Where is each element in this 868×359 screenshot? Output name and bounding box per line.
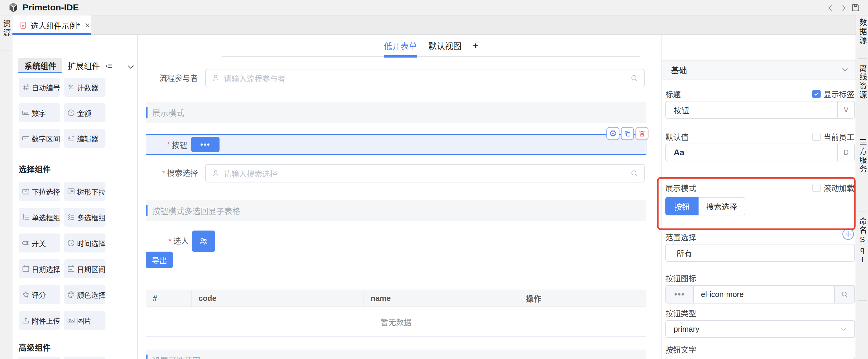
- palette-item-label: 数字区间: [32, 133, 60, 144]
- palette-item-switch[interactable]: 开关: [19, 233, 60, 252]
- view-tab-form[interactable]: 低开表单: [384, 35, 417, 56]
- palette-item-image[interactable]: 图片: [64, 311, 105, 330]
- icon-property-label: 按钮图标: [665, 272, 696, 283]
- selected-button-field-row[interactable]: * 按钮 •••: [146, 134, 646, 155]
- scroll-load-checkbox-row[interactable]: 滚动加载: [812, 182, 855, 193]
- checkbox-checked-icon[interactable]: [812, 90, 820, 98]
- doc-tab-active[interactable]: 选人组件示例*: [12, 16, 91, 35]
- person-picker-button[interactable]: [192, 230, 215, 252]
- icon-compound-input[interactable]: ••• el-icon-more: [665, 285, 855, 304]
- rail-item-offline[interactable]: 离线资源: [857, 64, 868, 100]
- rail-item-resources[interactable]: 资源: [0, 20, 12, 37]
- title-value-input[interactable]: 按钮 V: [665, 101, 855, 119]
- add-view-button[interactable]: +: [473, 40, 478, 51]
- inspector-group-basic[interactable]: 基础: [661, 60, 856, 80]
- subtable-col-code[interactable]: code: [192, 290, 364, 306]
- palette-item-clipped[interactable]: [19, 357, 60, 359]
- radio-group-icon: [22, 213, 30, 221]
- show-label-checkbox-row[interactable]: 显示标签: [812, 88, 855, 100]
- section-accent-bar: [146, 355, 148, 359]
- button-field-label-text: 按钮: [172, 139, 187, 150]
- view-tabs-divider: [222, 56, 640, 57]
- more-button[interactable]: •••: [191, 137, 219, 152]
- number-123-icon: 123: [22, 109, 30, 117]
- search-icon[interactable]: [630, 74, 639, 82]
- subtable-header: # code name 操作: [146, 290, 646, 307]
- copy-icon: [624, 130, 631, 137]
- palette-item-date-range[interactable]: 日期区间: [64, 259, 105, 278]
- save-icon[interactable]: [851, 3, 860, 12]
- subtable-col-actions[interactable]: 操作: [519, 290, 646, 306]
- form-doc-icon: [19, 21, 27, 29]
- palette-item-auto-number[interactable]: 自动编号: [19, 78, 60, 97]
- palette-section-select: 选择组件: [19, 163, 51, 175]
- current-employee-checkbox-row[interactable]: 当前员工: [812, 131, 855, 142]
- display-mode-property-label: 展示模式: [665, 182, 696, 193]
- text-value-input[interactable]: [665, 357, 855, 359]
- view-tab-default-label: 默认视图: [428, 40, 462, 52]
- segment-button-mode[interactable]: 按钮: [665, 197, 699, 215]
- component-list-icon[interactable]: [105, 62, 113, 70]
- palette-tab-system[interactable]: 系统组件: [19, 58, 62, 73]
- icon-preview-addon[interactable]: •••: [666, 286, 694, 303]
- add-range-plus-icon[interactable]: [841, 227, 855, 241]
- upload-icon: [22, 316, 30, 325]
- rail-item-thirdparty[interactable]: 三方服务: [857, 138, 868, 174]
- participant-input[interactable]: 请输入流程参与者: [205, 69, 645, 87]
- field-delete-button[interactable]: [636, 127, 649, 140]
- palette-item-number[interactable]: 123 数字: [19, 103, 60, 122]
- component-palette: 系统组件 扩展组件 自动编号 计数器 123 数字 ¥ 金额 1~3 数字区间: [12, 35, 138, 359]
- app-title: Primeton-IDE: [23, 2, 79, 12]
- current-employee-text: 当前员工: [824, 131, 855, 142]
- palette-collapse-chevron-icon[interactable]: [126, 62, 135, 71]
- palette-item-label: 开关: [32, 238, 46, 248]
- close-icon[interactable]: [84, 22, 91, 28]
- chevron-down-icon: [841, 65, 849, 74]
- field-settings-button[interactable]: ⚙: [607, 127, 619, 140]
- rail-divider: [858, 212, 867, 212]
- rail-item-datasource[interactable]: 数据源: [857, 19, 868, 45]
- palette-item-color-picker[interactable]: 颜色选择: [64, 285, 105, 304]
- palette-item-time-picker[interactable]: 时间选择: [64, 233, 105, 252]
- group-basic-title: 基础: [671, 64, 687, 76]
- palette-item-rate[interactable]: 评分: [19, 285, 60, 304]
- participant-field-label: 流程参与者: [113, 74, 198, 83]
- checkbox-unchecked-icon[interactable]: [812, 184, 820, 192]
- title-variable-suffix[interactable]: V: [837, 102, 855, 118]
- palette-item-tree-select[interactable]: 树形下拉: [64, 182, 105, 201]
- required-mark: *: [168, 237, 172, 246]
- palette-item-clipped[interactable]: [64, 357, 105, 359]
- palette-item-upload[interactable]: 附件上传: [19, 311, 60, 330]
- palette-item-dropdown-select[interactable]: 下拉选择: [19, 182, 60, 201]
- view-tabs: 低开表单 默认视图 +: [222, 35, 640, 56]
- type-value: primary: [674, 325, 855, 334]
- view-tab-default[interactable]: 默认视图: [428, 35, 462, 56]
- rail-item-named-sql[interactable]: 命名Sql: [857, 217, 868, 265]
- search-select-input[interactable]: 请输入搜索选择: [205, 164, 645, 183]
- segment-search-mode[interactable]: 搜索选择: [699, 197, 745, 215]
- rail-divider: [858, 300, 867, 301]
- palette-item-amount[interactable]: ¥ 金额: [64, 103, 105, 122]
- checkbox-unchecked-icon[interactable]: [812, 133, 820, 141]
- palette-tab-extended[interactable]: 扩展组件: [65, 58, 103, 73]
- range-value-input[interactable]: 所有: [665, 244, 855, 262]
- palette-item-editor[interactable]: A 编辑器: [64, 129, 105, 148]
- palette-item-checkbox-group[interactable]: 多选框组: [64, 208, 105, 227]
- palette-item-radio-group[interactable]: 单选框组: [19, 208, 60, 227]
- palette-item-date-picker[interactable]: 日期选择: [19, 259, 60, 278]
- palette-item-number-range[interactable]: 1~3 数字区间: [19, 129, 60, 148]
- svg-text:123: 123: [24, 112, 28, 114]
- nav-back-icon[interactable]: [826, 4, 835, 12]
- type-select[interactable]: primary: [665, 320, 855, 338]
- palette-item-counter[interactable]: 计数器: [64, 78, 105, 97]
- search-icon[interactable]: [630, 169, 639, 178]
- subtable-col-name[interactable]: name: [364, 290, 519, 306]
- icon-search-addon[interactable]: [834, 286, 855, 303]
- default-variable-suffix[interactable]: D: [837, 144, 855, 161]
- default-value-input[interactable]: Aa D: [665, 144, 855, 161]
- section-subtable-title: 按钮模式多选回显子表格: [152, 205, 240, 217]
- export-button[interactable]: 导出: [146, 252, 173, 268]
- subtable-col-index[interactable]: #: [146, 290, 192, 306]
- nav-forward-icon[interactable]: [839, 4, 848, 12]
- field-copy-button[interactable]: [621, 127, 634, 140]
